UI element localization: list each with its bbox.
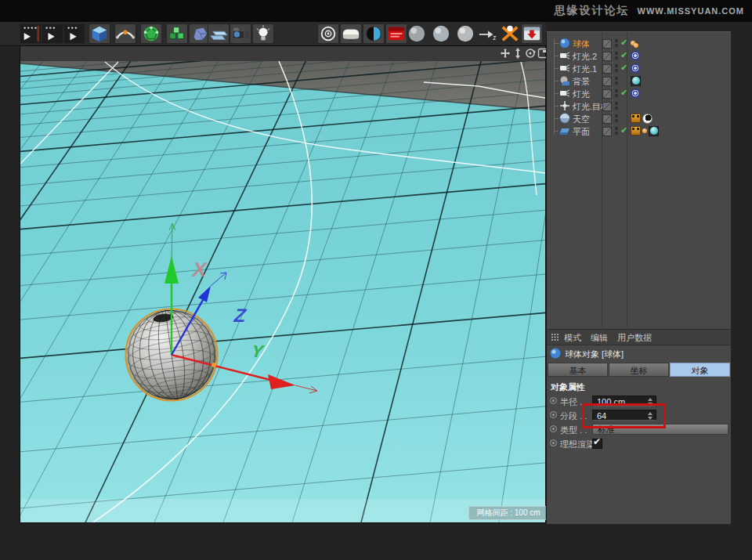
object-row-light-target[interactable]: 灯光.目标 bbox=[547, 99, 731, 112]
segments-key-radio[interactable] bbox=[550, 411, 557, 418]
object-row-sky[interactable]: 天空 bbox=[547, 112, 731, 125]
render-perfect-label: 理想渲染 bbox=[560, 439, 595, 450]
target-tag-icon[interactable] bbox=[631, 51, 640, 60]
enable-check[interactable]: ✔ bbox=[620, 38, 627, 48]
layer-toggle[interactable] bbox=[602, 102, 612, 111]
floor-button[interactable] bbox=[208, 23, 230, 44]
grid-spacing-status: 网格间距 : 100 cm bbox=[468, 506, 548, 520]
visibility-dots[interactable] bbox=[615, 102, 618, 110]
svg-text:z: z bbox=[493, 34, 496, 42]
menu-mode[interactable]: 模式 bbox=[564, 332, 581, 344]
type-key-radio[interactable] bbox=[550, 425, 557, 432]
layer-toggle[interactable] bbox=[602, 89, 612, 99]
array-cloner-button[interactable] bbox=[166, 23, 188, 44]
watermark-title: 思缘设计论坛 bbox=[555, 4, 630, 18]
spline-pen-button[interactable] bbox=[114, 23, 136, 44]
light-object-icon bbox=[559, 63, 570, 74]
object-row-light1[interactable]: 灯光.1 ✔ bbox=[547, 62, 731, 74]
xpresso-button[interactable] bbox=[499, 23, 521, 44]
light-button[interactable] bbox=[252, 23, 274, 44]
object-row-plane[interactable]: 平面 ✔ bbox=[547, 125, 731, 137]
tab-basic[interactable]: 基本 bbox=[548, 363, 608, 377]
viewport-header bbox=[20, 46, 545, 62]
subdivision-surface-button[interactable] bbox=[140, 23, 162, 44]
visibility-dots[interactable] bbox=[615, 39, 618, 47]
render-picture-viewer-button[interactable] bbox=[363, 23, 385, 44]
layer-toggle[interactable] bbox=[602, 39, 612, 49]
keyframe-record-1-button[interactable] bbox=[20, 23, 42, 44]
cube-primitive-button[interactable] bbox=[89, 23, 110, 44]
enable-check[interactable]: ✔ bbox=[620, 50, 627, 60]
content-browser-button[interactable] bbox=[521, 23, 543, 44]
viewport-canvas[interactable]: X Z Y bbox=[20, 61, 545, 522]
zoom-icon[interactable] bbox=[512, 48, 523, 59]
plane-glow bbox=[20, 499, 545, 522]
texture-tag-icon[interactable] bbox=[649, 126, 659, 136]
plane-object-icon bbox=[559, 125, 570, 136]
menu-edit[interactable]: 编辑 bbox=[591, 332, 608, 344]
object-row-background[interactable]: 背景 bbox=[547, 74, 731, 87]
object-row-light[interactable]: 灯光 ✔ bbox=[547, 87, 731, 99]
phong-tag-icon[interactable] bbox=[634, 43, 638, 48]
rotate-icon[interactable] bbox=[525, 48, 536, 59]
tab-coordinates[interactable]: 坐标 bbox=[609, 363, 669, 377]
material-sphere-3[interactable] bbox=[454, 23, 476, 44]
visibility-dots[interactable] bbox=[615, 64, 618, 72]
visibility-dots[interactable] bbox=[615, 52, 618, 60]
null-object-icon bbox=[559, 100, 570, 111]
object-row-sphere[interactable]: 球体 ✔ bbox=[547, 37, 731, 49]
enable-check[interactable]: ✔ bbox=[620, 88, 627, 98]
enable-check[interactable]: ✔ bbox=[620, 125, 627, 135]
enable-check[interactable]: ✔ bbox=[620, 63, 627, 73]
application-window: 思缘设计论坛 WWW.MISSYUAN.COM bbox=[0, 0, 752, 560]
visibility-dots[interactable] bbox=[615, 89, 618, 97]
sky-object-icon bbox=[559, 113, 570, 124]
material-sphere-2[interactable] bbox=[430, 23, 452, 44]
compositing-tag-icon[interactable] bbox=[631, 114, 641, 123]
compositing-tag-icon[interactable] bbox=[631, 126, 641, 135]
keyframe-record-3-button[interactable] bbox=[63, 23, 85, 44]
object-row-light2[interactable]: 灯光.2 ✔ bbox=[547, 49, 731, 62]
background-object-icon bbox=[559, 75, 570, 86]
viewport-3d[interactable]: X Z Y 网格间距 : 100 cm bbox=[20, 45, 546, 523]
phong-tag-icon[interactable] bbox=[642, 128, 647, 133]
sphere-object-icon bbox=[550, 348, 561, 359]
layer-toggle[interactable] bbox=[602, 64, 612, 74]
menu-user-data[interactable]: 用户数据 bbox=[617, 332, 652, 344]
watermark-site: WWW.MISSYUAN.COM bbox=[638, 6, 744, 16]
plane-object[interactable] bbox=[20, 63, 545, 522]
render-perfect-key-radio[interactable] bbox=[550, 439, 557, 446]
grid-menu-icon[interactable] bbox=[551, 333, 559, 343]
visibility-dots[interactable] bbox=[615, 127, 618, 135]
target-tag-icon[interactable] bbox=[631, 89, 640, 98]
render-region-target-button[interactable] bbox=[317, 23, 339, 44]
tab-object[interactable]: 对象 bbox=[670, 363, 730, 377]
texture-tag-icon[interactable] bbox=[631, 76, 641, 86]
visibility-dots[interactable] bbox=[615, 77, 618, 85]
render-perfect-row: 理想渲染 ✔ bbox=[547, 437, 731, 450]
right-panel: 球体 ✔ 灯光.2 ✔ 灯光.1 ✔ 背景 bbox=[546, 31, 731, 523]
keyframe-record-2-button[interactable] bbox=[42, 23, 63, 44]
layer-toggle[interactable] bbox=[602, 52, 612, 61]
target-tag-icon[interactable] bbox=[631, 63, 640, 73]
camera-button[interactable] bbox=[230, 23, 251, 44]
layer-toggle[interactable] bbox=[602, 114, 612, 124]
render-active-view-button[interactable] bbox=[340, 23, 362, 44]
pan-icon[interactable] bbox=[500, 48, 511, 59]
radius-key-radio[interactable] bbox=[550, 397, 557, 404]
layer-toggle[interactable] bbox=[602, 127, 612, 136]
layer-toggle[interactable] bbox=[602, 77, 612, 86]
sphere-object-icon bbox=[559, 38, 570, 49]
material-sphere-1[interactable] bbox=[406, 23, 428, 44]
gizmo-plane-handle[interactable] bbox=[212, 363, 216, 367]
render-settings-button[interactable] bbox=[385, 23, 407, 44]
light-object-icon bbox=[559, 50, 570, 61]
attribute-tabs: 基本 坐标 对象 bbox=[548, 363, 730, 377]
coordinates-z-button[interactable]: z bbox=[476, 23, 498, 44]
light-object-icon bbox=[559, 88, 570, 99]
object-properties-title: 对象属性 bbox=[551, 381, 585, 393]
texture-tag-bw-icon[interactable] bbox=[642, 114, 653, 124]
render-perfect-checkbox[interactable]: ✔ bbox=[592, 439, 602, 449]
visibility-dots[interactable] bbox=[615, 114, 618, 122]
attribute-object-title-row: 球体对象 [球体] bbox=[547, 346, 731, 360]
